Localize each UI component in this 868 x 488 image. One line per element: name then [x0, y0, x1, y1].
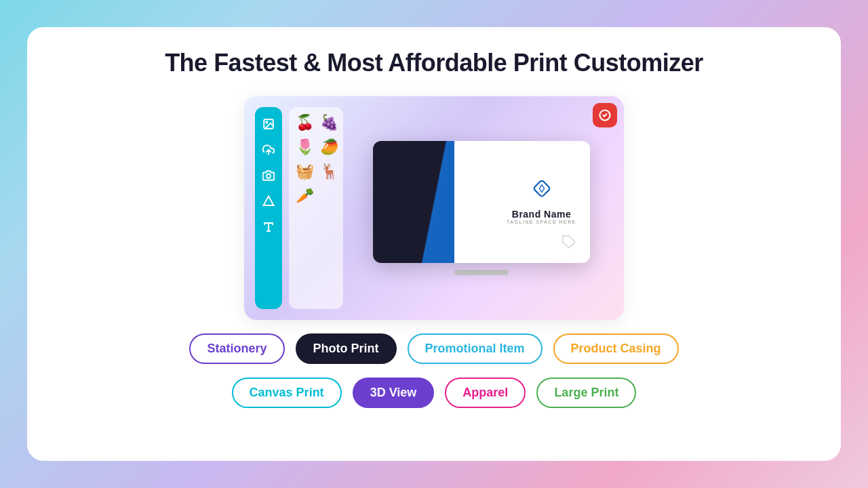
sticker-papaya[interactable]: 🥭	[319, 137, 339, 157]
sticker-panel: 🍒 🍇 🌷 🥭 🧺 🦌 🥕	[289, 107, 343, 309]
sticker-cherries[interactable]: 🍒	[294, 113, 315, 133]
svg-point-4	[267, 174, 271, 178]
category-stationery-button[interactable]: Stationery	[189, 333, 284, 364]
shape-tool-icon[interactable]	[258, 191, 279, 211]
category-row-2: Canvas Print 3D View Apparel Large Print	[232, 378, 637, 408]
sticker-carrot[interactable]: 🥕	[294, 186, 315, 206]
business-card-preview: Brand Name TAGLINE SPACE HERE	[373, 141, 590, 263]
bc-tagline: TAGLINE SPACE HERE	[507, 220, 576, 224]
image-tool-icon[interactable]	[258, 114, 279, 134]
canvas-area[interactable]: Brand Name TAGLINE SPACE HERE	[350, 107, 613, 309]
category-canvas-print-button[interactable]: Canvas Print	[232, 378, 342, 408]
left-toolbar	[255, 107, 282, 309]
confirm-button[interactable]	[593, 103, 617, 127]
category-large-print-button[interactable]: Large Print	[536, 378, 636, 408]
main-card: The Fastest & Most Affordable Print Cust…	[27, 27, 841, 461]
sticker-moose[interactable]: 🦌	[319, 161, 339, 182]
sticker-tulip[interactable]: 🌷	[294, 137, 315, 157]
bc-brand-name: Brand Name	[507, 209, 576, 220]
svg-point-2	[266, 121, 267, 123]
category-apparel-button[interactable]: Apparel	[445, 378, 526, 408]
category-product-casing-button[interactable]: Product Casing	[553, 333, 679, 364]
upload-tool-icon[interactable]	[258, 140, 279, 160]
category-promotional-button[interactable]: Promotional Item	[408, 333, 542, 364]
sticker-grapes[interactable]: 🍇	[319, 113, 339, 133]
camera-tool-icon[interactable]	[258, 165, 279, 186]
bc-logo	[530, 180, 554, 205]
page-title: The Fastest & Most Affordable Print Cust…	[165, 49, 703, 77]
bc-tag-icon	[561, 235, 576, 252]
text-tool-icon[interactable]	[258, 217, 279, 237]
scroll-bar[interactable]	[454, 270, 509, 275]
bc-brand-content: Brand Name TAGLINE SPACE HERE	[507, 180, 576, 224]
category-row-1: Stationery Photo Print Promotional Item …	[189, 333, 678, 364]
category-3d-view-button[interactable]: 3D View	[353, 378, 435, 408]
svg-marker-5	[264, 197, 274, 206]
sticker-basket[interactable]: 🧺	[294, 161, 315, 182]
svg-rect-8	[533, 180, 550, 197]
editor-container: 🍒 🍇 🌷 🥭 🧺 🦌 🥕	[244, 96, 624, 320]
category-photo-print-button[interactable]: Photo Print	[296, 333, 397, 364]
